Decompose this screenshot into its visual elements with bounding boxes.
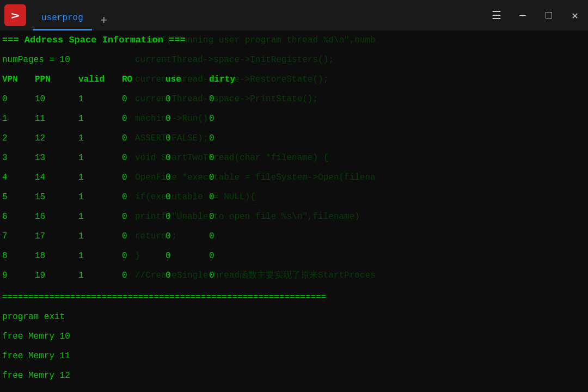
table-cell: 0 xyxy=(122,187,166,207)
terminal-body: printf("Running user program thread %d\n… xyxy=(0,30,588,392)
table-cell: 0 xyxy=(122,128,166,148)
table-cell: 19 xyxy=(35,266,78,285)
table-cell: 0 xyxy=(122,207,166,226)
table-row: 9191000 xyxy=(2,266,586,285)
column-header-cell: use xyxy=(166,70,209,89)
table-cell: 0 xyxy=(209,148,253,168)
table-cell: 1 xyxy=(78,148,122,168)
table-row: 6161000 xyxy=(2,207,586,226)
exit-line: free Memry 10 xyxy=(2,327,586,346)
table-cell: 0 xyxy=(122,89,166,109)
table-data: 0101000111100021210003131000414100051510… xyxy=(2,89,586,285)
table-cell: 18 xyxy=(35,246,78,266)
table-cell: 0 xyxy=(209,187,253,207)
table-cell: 1 xyxy=(78,207,122,226)
table-cell: 0 xyxy=(122,168,166,187)
table-cell: 1 xyxy=(78,187,122,207)
table-cell: 16 xyxy=(35,207,78,226)
exit-output: program exitfree Memry 10free Memry 11fr… xyxy=(2,307,586,385)
table-cell: 2 xyxy=(2,128,35,148)
table-cell: 0 xyxy=(122,246,166,266)
add-tab-icon: + xyxy=(100,14,107,28)
address-space-header: === Address Space Information === xyxy=(2,30,586,50)
table-cell: 0 xyxy=(122,226,166,246)
table-row: 8181000 xyxy=(2,246,586,266)
table-cell: 10 xyxy=(35,89,78,109)
table-cell: 1 xyxy=(78,246,122,266)
minimize-icon: — xyxy=(519,9,526,22)
table-cell: 0 xyxy=(166,128,209,148)
table-cell: 8 xyxy=(2,246,35,266)
exit-line: free Memry 12 xyxy=(2,366,586,385)
table-cell: 0 xyxy=(166,148,209,168)
table-cell: 1 xyxy=(78,168,122,187)
table-row: 0101000 xyxy=(2,89,586,109)
table-cell: 9 xyxy=(2,266,35,285)
table-cell: 1 xyxy=(78,109,122,128)
column-headers: VPNPPNvalidROusedirty xyxy=(2,70,586,89)
table-row: 5151000 xyxy=(2,187,586,207)
table-cell: 17 xyxy=(35,226,78,246)
exit-line: free Memry 11 xyxy=(2,346,586,366)
table-cell: 0 xyxy=(209,168,253,187)
table-cell: 1 xyxy=(78,128,122,148)
table-cell: 1 xyxy=(78,226,122,246)
table-cell: 0 xyxy=(209,226,253,246)
column-header-cell: VPN xyxy=(2,70,35,89)
table-cell: 1 xyxy=(78,266,122,285)
column-header-cell: RO xyxy=(122,70,166,89)
add-tab-button[interactable]: + xyxy=(94,11,114,30)
table-cell: 0 xyxy=(122,109,166,128)
maximize-icon: □ xyxy=(546,9,552,22)
table-cell: 5 xyxy=(2,187,35,207)
table-cell: 0 xyxy=(166,109,209,128)
table-cell: 0 xyxy=(122,266,166,285)
table-cell: 0 xyxy=(209,207,253,226)
table-cell: 4 xyxy=(2,168,35,187)
tab-userprog[interactable]: userprog xyxy=(33,7,92,30)
table-row: 2121000 xyxy=(2,128,586,148)
table-cell: 15 xyxy=(35,187,78,207)
table-cell: 0 xyxy=(209,266,253,285)
table-cell: 13 xyxy=(35,148,78,168)
table-cell: 1 xyxy=(2,109,35,128)
table-cell: 0 xyxy=(166,226,209,246)
address-space-table: === Address Space Information === numPag… xyxy=(0,30,588,385)
num-pages-line: numPages = 10 xyxy=(2,50,586,70)
title-bar: userprog + ☰ — □ ✕ xyxy=(0,0,588,30)
table-cell: 6 xyxy=(2,207,35,226)
table-cell: 0 xyxy=(166,207,209,226)
close-button[interactable]: ✕ xyxy=(566,7,584,24)
tab-area: userprog + xyxy=(33,0,488,30)
table-cell: 0 xyxy=(209,128,253,148)
table-cell: 0 xyxy=(166,187,209,207)
tab-label: userprog xyxy=(41,13,83,23)
window-controls: ☰ — □ ✕ xyxy=(488,7,584,24)
table-cell: 11 xyxy=(35,109,78,128)
column-header-cell: dirty xyxy=(209,70,253,89)
table-cell: 0 xyxy=(209,109,253,128)
exit-line: program exit xyxy=(2,307,586,327)
column-header-cell: valid xyxy=(78,70,122,89)
menu-icon: ☰ xyxy=(492,9,501,22)
table-cell: 0 xyxy=(166,266,209,285)
table-cell: 14 xyxy=(35,168,78,187)
table-cell: 7 xyxy=(2,226,35,246)
column-header-cell: PPN xyxy=(35,70,78,89)
minimize-button[interactable]: — xyxy=(514,7,531,24)
table-cell: 0 xyxy=(166,246,209,266)
table-row: 3131000 xyxy=(2,148,586,168)
table-cell: 12 xyxy=(35,128,78,148)
table-cell: 0 xyxy=(166,168,209,187)
terminal-icon xyxy=(4,4,26,26)
table-cell: 0 xyxy=(2,89,35,109)
maximize-button[interactable]: □ xyxy=(540,7,558,24)
table-cell: 0 xyxy=(166,89,209,109)
table-row: 4141000 xyxy=(2,168,586,187)
close-icon: ✕ xyxy=(572,9,578,22)
table-row: 1111000 xyxy=(2,109,586,128)
menu-button[interactable]: ☰ xyxy=(488,7,505,24)
table-cell: 0 xyxy=(122,148,166,168)
table-cell: 1 xyxy=(78,89,122,109)
table-row: 7171000 xyxy=(2,226,586,246)
